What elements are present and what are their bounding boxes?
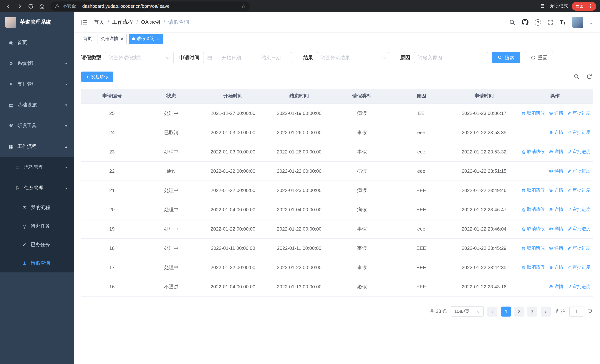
progress-link[interactable]: 审批进度: [567, 187, 590, 194]
detail-link[interactable]: 详情: [548, 187, 563, 194]
detail-link[interactable]: 详情: [548, 149, 563, 155]
eye-icon: [548, 188, 553, 193]
menu-item[interactable]: ⚒ 研发工具 ▾: [0, 115, 74, 136]
detail-link[interactable]: 详情: [548, 168, 563, 174]
detail-link[interactable]: 详情: [548, 264, 563, 271]
menu-item[interactable]: ✉ 我的流程: [0, 198, 74, 217]
page-button[interactable]: 1: [501, 306, 511, 316]
cell-start-time: 2022-01-22 00:00:00: [200, 258, 266, 277]
detail-link[interactable]: 详情: [548, 206, 563, 213]
progress-link[interactable]: 审批进度: [567, 284, 590, 290]
avatar[interactable]: [572, 17, 583, 28]
menu-item[interactable]: ≣ 流程管理 ▾: [0, 157, 74, 177]
menu-item[interactable]: ¥ 支付管理 ▾: [0, 74, 74, 94]
tab[interactable]: 请假查询 ×: [129, 34, 163, 44]
tab-close-icon[interactable]: ×: [121, 37, 123, 41]
tab[interactable]: 首页: [80, 34, 95, 44]
progress-link[interactable]: 审批进度: [567, 149, 590, 155]
column-header-leave-type: 请假类型: [332, 89, 392, 104]
menu-item[interactable]: ◎ 待办任务: [0, 217, 74, 235]
breadcrumb-item[interactable]: 请假查询 /: [168, 19, 189, 26]
font-size-icon[interactable]: TT: [560, 19, 566, 25]
reload-button[interactable]: [26, 1, 36, 11]
apply-time-range-input[interactable]: 开始日期 - 结束日期: [203, 52, 292, 63]
refresh-table-icon[interactable]: [586, 73, 593, 80]
cell-end-time: 2022-01-22 00:00:00: [266, 219, 332, 239]
menu-item[interactable]: ✔ 已办任务: [0, 235, 74, 254]
progress-link[interactable]: 审批进度: [567, 168, 590, 174]
search-icon[interactable]: [509, 19, 516, 25]
reset-button[interactable]: 重置: [525, 52, 553, 63]
menu-item[interactable]: ▦ 工作流程 ▴: [0, 136, 74, 157]
page-button[interactable]: 2: [514, 306, 524, 316]
progress-link[interactable]: 审批进度: [567, 129, 590, 136]
prev-page-button[interactable]: ‹: [487, 306, 497, 316]
detail-link[interactable]: 详情: [548, 129, 563, 136]
page-size-select[interactable]: 10条/页: [451, 306, 484, 317]
cell-status: 处理中: [143, 239, 200, 258]
page-button[interactable]: 3: [527, 306, 537, 316]
menu-item[interactable]: ◉ 首页: [0, 32, 74, 53]
progress-link[interactable]: 审批进度: [567, 245, 590, 251]
cell-start-time: 2022-01-03 00:00:00: [200, 142, 266, 161]
menu-item[interactable]: ⚐ 任务管理 ▴: [0, 177, 74, 198]
cancel-leave-link[interactable]: 取消请假: [521, 110, 545, 116]
menu-arrow-icon: ▾: [65, 103, 67, 107]
menu-item[interactable]: ♟ 请假查询: [0, 254, 74, 272]
menu-item[interactable]: ▤ 基础设施 ▾: [0, 94, 74, 115]
progress-link[interactable]: 审批进度: [567, 110, 590, 116]
cancel-leave-link[interactable]: 取消请假: [521, 206, 545, 213]
update-menu-button[interactable]: 更新 ⋮: [572, 2, 596, 10]
create-leave-button[interactable]: + 发起请假: [81, 72, 113, 82]
avatar-caret-icon[interactable]: [590, 23, 593, 26]
cell-leave-type: 事假: [332, 219, 392, 239]
detail-link[interactable]: 详情: [548, 226, 563, 232]
home-button[interactable]: [37, 1, 47, 11]
github-icon[interactable]: [522, 19, 529, 26]
search-button[interactable]: 搜索: [492, 52, 520, 63]
column-header-start-time: 开始时间: [200, 89, 266, 104]
detail-link[interactable]: 详情: [548, 284, 563, 290]
cancel-leave-link[interactable]: 取消请假: [521, 245, 545, 251]
sidebar-menu: ◉ 首页 ⚙ 系统管理 ▾ ¥ 支付管理 ▾: [0, 32, 74, 272]
breadcrumb-text: 首页: [94, 19, 104, 26]
cancel-leave-link[interactable]: 取消请假: [521, 187, 545, 194]
menu-item[interactable]: ⚙ 系统管理 ▾: [0, 53, 74, 74]
progress-link[interactable]: 审批进度: [567, 206, 590, 213]
bookmark-star-icon[interactable]: ☆: [241, 3, 246, 9]
leave-type-select[interactable]: 请选择请假类型: [105, 52, 174, 63]
leave-type-placeholder: 请选择请假类型: [109, 54, 167, 61]
goto-page-input[interactable]: [569, 306, 584, 316]
browser-chrome: 不安全 dashboard.yudao.iocoder.cn/bpm/oa/le…: [0, 0, 600, 12]
breadcrumb-item[interactable]: OA 示例 /: [141, 19, 169, 26]
menu-icon: ◉: [8, 40, 14, 45]
eye-icon: [548, 284, 553, 289]
cell-leave-type: 病假: [332, 161, 392, 181]
detail-link[interactable]: 详情: [548, 245, 563, 251]
collapse-sidebar-button[interactable]: [80, 18, 88, 26]
cell-apply-id: 25: [81, 104, 143, 123]
tab[interactable]: 流程详情 ×: [97, 34, 127, 44]
tab-close-icon[interactable]: ×: [157, 37, 160, 41]
toggle-search-icon[interactable]: [573, 73, 580, 80]
next-page-button[interactable]: ›: [541, 306, 551, 316]
breadcrumb-text: 请假查询: [168, 19, 189, 26]
reason-input[interactable]: [414, 52, 488, 63]
address-bar[interactable]: 不安全 dashboard.yudao.iocoder.cn/bpm/oa/le…: [50, 1, 250, 11]
detail-link[interactable]: 详情: [548, 110, 563, 116]
forward-button[interactable]: [15, 1, 24, 11]
back-button[interactable]: [4, 1, 13, 11]
cell-actions: 取消请假 详情 审批进度: [517, 104, 593, 123]
cancel-leave-link[interactable]: 取消请假: [521, 149, 545, 155]
cancel-leave-link[interactable]: 取消请假: [521, 226, 545, 232]
fullscreen-icon[interactable]: [548, 19, 553, 25]
breadcrumb-item[interactable]: 工作流程 /: [112, 19, 141, 26]
progress-link[interactable]: 审批进度: [567, 226, 590, 232]
breadcrumb-item[interactable]: 首页 /: [94, 19, 112, 26]
help-icon[interactable]: ?: [535, 19, 541, 25]
progress-link[interactable]: 审批进度: [567, 264, 590, 271]
result-select[interactable]: 请选择流结果: [317, 52, 389, 63]
cancel-leave-link[interactable]: 取消请假: [521, 264, 545, 271]
chevron-down-icon: [382, 55, 386, 59]
edit-pen-icon: [567, 149, 572, 154]
